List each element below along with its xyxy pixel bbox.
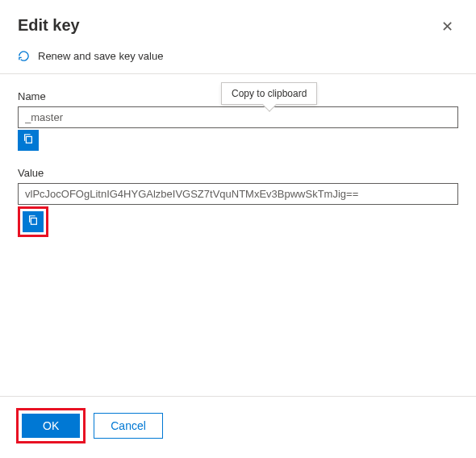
svg-rect-0 xyxy=(26,136,31,143)
ok-button-highlight: OK xyxy=(16,408,86,443)
dialog-title: Edit key xyxy=(18,16,80,35)
renew-label: Renew and save key value xyxy=(38,50,163,62)
name-field-group: Copy to clipboard Name xyxy=(18,90,458,151)
copy-value-highlight xyxy=(18,206,48,237)
dialog-header: Edit key ✕ xyxy=(0,0,476,44)
cancel-button[interactable]: Cancel xyxy=(94,413,163,439)
value-label: Value xyxy=(18,167,458,179)
copy-value-button[interactable] xyxy=(23,211,44,232)
copy-name-button[interactable] xyxy=(18,130,39,151)
renew-action[interactable]: Renew and save key value xyxy=(0,44,476,74)
copy-icon xyxy=(27,214,39,229)
ok-button[interactable]: OK xyxy=(22,414,80,438)
form-area: Copy to clipboard Name Value xyxy=(0,74,476,237)
dialog-footer: OK Cancel xyxy=(0,396,476,458)
copy-tooltip: Copy to clipboard xyxy=(221,82,317,105)
close-icon[interactable]: ✕ xyxy=(436,16,458,37)
svg-rect-1 xyxy=(31,218,36,224)
name-input[interactable] xyxy=(18,106,458,128)
refresh-icon xyxy=(18,50,30,62)
copy-icon xyxy=(23,133,34,148)
value-field-group: Value xyxy=(18,167,458,237)
value-input[interactable] xyxy=(18,183,458,205)
